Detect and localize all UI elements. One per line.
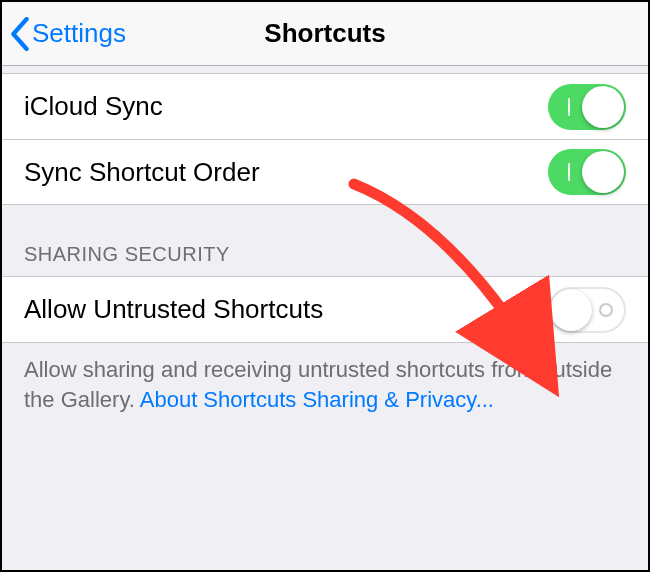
switch-on-indicator (568, 98, 570, 116)
switch-knob (582, 86, 624, 128)
row-label: Sync Shortcut Order (24, 157, 548, 188)
row-sync-shortcut-order: Sync Shortcut Order (2, 139, 648, 205)
row-icloud-sync: iCloud Sync (2, 74, 648, 140)
row-label: Allow Untrusted Shortcuts (24, 294, 548, 325)
switch-on-indicator (568, 163, 570, 181)
row-label: iCloud Sync (24, 91, 548, 122)
section-header-sharing-security: SHARING SECURITY (2, 205, 648, 277)
navigation-bar: Settings Shortcuts (2, 2, 648, 66)
back-label: Settings (32, 18, 126, 49)
toggle-allow-untrusted-shortcuts[interactable] (548, 287, 626, 333)
row-allow-untrusted-shortcuts: Allow Untrusted Shortcuts (2, 277, 648, 343)
switch-off-indicator (599, 303, 613, 317)
toggle-sync-shortcut-order[interactable] (548, 149, 626, 195)
switch-knob (582, 151, 624, 193)
chevron-left-icon (10, 17, 30, 51)
back-button[interactable]: Settings (2, 17, 126, 51)
spacer (2, 66, 648, 74)
toggle-icloud-sync[interactable] (548, 84, 626, 130)
section-footer: Allow sharing and receiving untrusted sh… (2, 343, 648, 432)
settings-group-sharing: Allow Untrusted Shortcuts (2, 277, 648, 343)
about-sharing-privacy-link[interactable]: About Shortcuts Sharing & Privacy... (140, 387, 494, 412)
switch-knob (550, 289, 592, 331)
settings-group-sync: iCloud Sync Sync Shortcut Order (2, 74, 648, 205)
